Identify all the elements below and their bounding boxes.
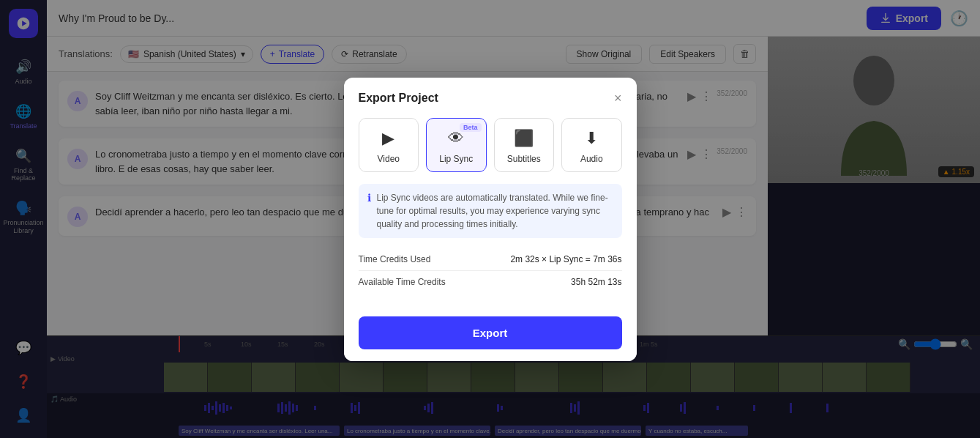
credits-row-2: Available Time Credits 35h 52m 13s xyxy=(359,270,622,293)
modal-export-button[interactable]: Export xyxy=(359,316,622,349)
audio-export-label: Audio xyxy=(580,154,603,164)
modal-title: Export Project xyxy=(359,92,438,105)
export-options: ▶ Video Beta 👁 Lip Sync ⬛ Subtitles ⬇ Au… xyxy=(344,115,637,184)
info-box: ℹ Lip Sync videos are automatically tran… xyxy=(359,184,622,238)
credits-label-1: Time Credits Used xyxy=(359,254,431,264)
subtitles-icon: ⬛ xyxy=(514,129,534,148)
modal-footer: Export xyxy=(344,305,637,361)
credits-value-1: 2m 32s × Lip Sync = 7m 36s xyxy=(510,254,621,264)
credits-value-2: 35h 52m 13s xyxy=(571,277,621,287)
export-option-audio[interactable]: ⬇ Audio xyxy=(561,118,622,172)
credits-table: Time Credits Used 2m 32s × Lip Sync = 7m… xyxy=(344,248,637,305)
subtitles-label: Subtitles xyxy=(507,154,541,164)
lip-sync-label: Lip Sync xyxy=(439,154,473,164)
credits-label-2: Available Time Credits xyxy=(359,277,446,287)
export-option-lip-sync[interactable]: Beta 👁 Lip Sync xyxy=(426,118,487,172)
info-text: Lip Sync videos are automatically transl… xyxy=(377,191,613,231)
beta-badge: Beta xyxy=(460,123,482,132)
audio-export-icon: ⬇ xyxy=(585,129,598,148)
info-icon: ℹ xyxy=(367,192,371,231)
modal-overlay[interactable]: Export Project × ▶ Video Beta 👁 Lip Sync… xyxy=(0,0,980,438)
video-export-icon: ▶ xyxy=(382,129,394,148)
export-option-subtitles[interactable]: ⬛ Subtitles xyxy=(494,118,555,172)
export-modal: Export Project × ▶ Video Beta 👁 Lip Sync… xyxy=(344,78,637,361)
export-option-video[interactable]: ▶ Video xyxy=(359,118,419,172)
credits-row-1: Time Credits Used 2m 32s × Lip Sync = 7m… xyxy=(359,248,622,270)
modal-header: Export Project × xyxy=(344,78,637,115)
modal-close-button[interactable]: × xyxy=(614,91,622,106)
video-export-label: Video xyxy=(378,154,400,164)
